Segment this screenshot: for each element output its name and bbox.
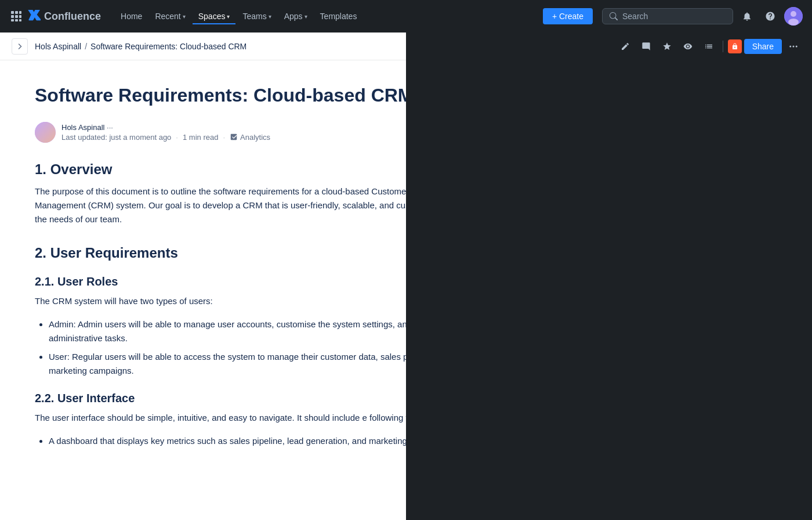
author-name: Hols Aspinall — [61, 123, 104, 132]
svg-rect-7 — [15, 19, 18, 21]
edit-icon[interactable] — [616, 37, 635, 56]
apps-chevron: ▾ — [304, 13, 307, 20]
logo-text: Confluence — [44, 10, 101, 23]
svg-point-14 — [796, 46, 798, 48]
author-avatar — [35, 122, 56, 143]
svg-rect-2 — [19, 11, 21, 14]
more-options-button[interactable] — [784, 37, 803, 56]
svg-rect-3 — [11, 15, 14, 18]
search-icon — [610, 12, 618, 20]
breadcrumb-page[interactable]: Software Requirements: Cloud-based CRM — [90, 42, 246, 51]
help-icon[interactable] — [761, 7, 780, 26]
star-icon[interactable] — [658, 37, 676, 56]
svg-rect-8 — [19, 19, 21, 21]
breadcrumb-toggle[interactable] — [12, 38, 28, 55]
nav-apps[interactable]: Apps ▾ — [278, 8, 313, 24]
nav-templates[interactable]: Templates — [314, 8, 363, 24]
share-button[interactable]: Share — [744, 39, 782, 54]
confluence-logo[interactable]: Confluence — [28, 10, 101, 23]
last-updated: Last updated: just a moment ago — [61, 133, 171, 142]
dark-panel-overlay — [406, 60, 812, 520]
svg-rect-6 — [11, 19, 14, 21]
analytics-link[interactable]: Analytics — [230, 133, 270, 142]
notification-bell-icon[interactable] — [738, 7, 756, 26]
teams-chevron: ▾ — [269, 13, 271, 20]
analytics-icon — [230, 133, 238, 141]
restriction-icon[interactable] — [728, 39, 742, 53]
doc-toolbar: Share — [406, 32, 812, 60]
meta-row: Last updated: just a moment ago · 1 min … — [61, 133, 270, 142]
breadcrumb-space[interactable]: Hols Aspinall — [35, 42, 81, 51]
nav-home[interactable]: Home — [115, 8, 148, 24]
nav-items: Home Recent ▾ Spaces ▾ Teams ▾ Apps ▾ Te… — [115, 8, 362, 24]
search-placeholder: Search — [622, 12, 648, 21]
read-time: 1 min read — [183, 133, 218, 142]
spaces-chevron: ▾ — [227, 13, 230, 20]
svg-rect-1 — [15, 11, 18, 14]
toolbar-divider — [723, 41, 723, 52]
svg-point-10 — [791, 11, 796, 17]
owned-by-label: ··· — [107, 123, 113, 132]
author-info: Hols Aspinall ··· Last updated: just a m… — [61, 123, 270, 142]
svg-point-13 — [793, 46, 795, 48]
search-box[interactable]: Search — [602, 8, 733, 24]
comment-icon[interactable] — [637, 37, 655, 56]
topbar-left: Confluence Home Recent ▾ Spaces ▾ Teams … — [9, 8, 543, 24]
meta-sep-1: · — [176, 133, 178, 142]
list-icon[interactable] — [699, 37, 718, 56]
meta-sep-2: · — [223, 133, 225, 142]
breadcrumb-bar: Hols Aspinall / Software Requirements: C… — [0, 32, 406, 60]
watch-icon[interactable] — [679, 37, 697, 56]
nav-spaces[interactable]: Spaces ▾ — [193, 8, 236, 24]
svg-point-12 — [789, 46, 791, 48]
avatar[interactable] — [784, 7, 803, 26]
recent-chevron: ▾ — [183, 13, 186, 20]
svg-rect-4 — [15, 15, 18, 18]
create-button[interactable]: + Create — [543, 8, 593, 24]
topbar-right: Search — [602, 7, 803, 26]
grid-icon[interactable] — [9, 9, 23, 23]
topbar: Confluence Home Recent ▾ Spaces ▾ Teams … — [0, 0, 812, 32]
breadcrumb: Hols Aspinall / Software Requirements: C… — [35, 42, 246, 51]
svg-point-11 — [788, 19, 799, 26]
nav-recent[interactable]: Recent ▾ — [149, 8, 191, 24]
nav-teams[interactable]: Teams ▾ — [237, 8, 277, 24]
svg-rect-0 — [11, 11, 14, 14]
svg-rect-5 — [19, 15, 21, 18]
breadcrumb-separator: / — [85, 42, 87, 51]
